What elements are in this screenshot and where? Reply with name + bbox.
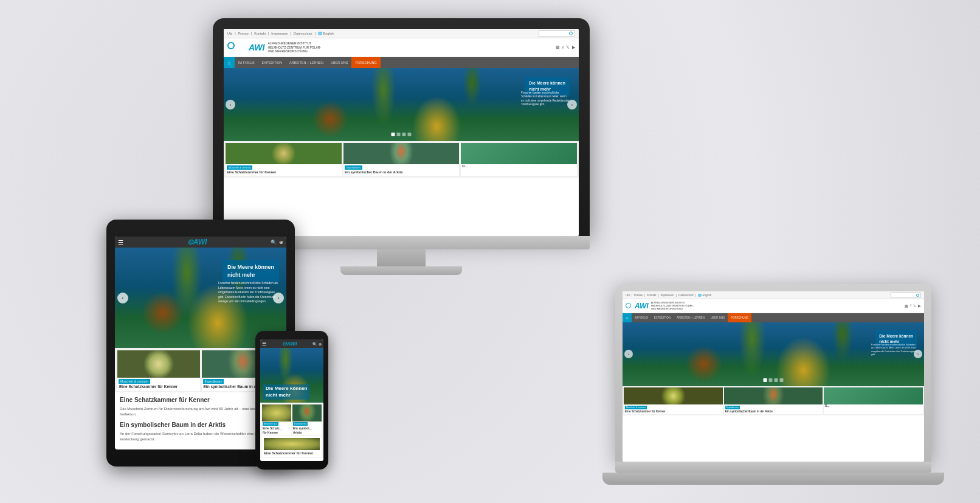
laptop-frame: Ubi | Presse | Kontakt | Impressum | Dat… xyxy=(615,284,931,462)
card-2[interactable]: Expeditionen Ein symbolischer Baum in de… xyxy=(343,143,460,176)
hero-dot-2[interactable] xyxy=(397,133,401,136)
phone-menu-icon[interactable]: ⊕ xyxy=(319,342,322,346)
nav-arbeiten[interactable]: ARBEITEN + LERNEN xyxy=(286,57,327,68)
card-3-image xyxy=(461,143,577,164)
laptop-logo-full: ALFRED-WEGENER-INSTITUTHELMHOLTZ-ZENTRUM… xyxy=(651,301,694,311)
logo-icon xyxy=(227,41,241,54)
hero-dot-3[interactable] xyxy=(402,133,406,136)
laptop-search[interactable] xyxy=(891,293,921,297)
util-sep3: | xyxy=(268,32,269,35)
hero-prev-button[interactable]: ‹ xyxy=(226,100,235,109)
monitor-screen: Ubi | Presse | Kontakt | Impressum | Dat… xyxy=(224,29,579,236)
laptop-dot-4[interactable] xyxy=(780,378,784,382)
phone-logo: ⊙AWI xyxy=(282,341,297,347)
laptop-nav-home[interactable]: ⌂ xyxy=(623,313,632,322)
laptop-card-1-img xyxy=(624,387,723,404)
rss-icon[interactable]: ▩ xyxy=(556,45,560,50)
laptop-screen: Ubi | Presse | Kontakt | Impressum | Dat… xyxy=(623,291,924,462)
facebook-icon[interactable]: f xyxy=(562,46,564,50)
util-sep2: | xyxy=(251,32,252,35)
laptop-util-datenschutz[interactable]: Datenschutz xyxy=(678,294,694,297)
twitter-icon[interactable]: 𝕏 xyxy=(566,45,570,50)
laptop-util-impressum[interactable]: Impressum xyxy=(661,294,674,297)
tablet-card-1-title: Eine Schatzkammer für Kenner xyxy=(117,384,200,391)
hamburger-icon[interactable]: ☰ xyxy=(118,239,123,246)
phone-card-2-tag: Expeditionen xyxy=(293,422,308,426)
card-1-image xyxy=(226,143,342,164)
tablet-search-icon[interactable]: 🔍 xyxy=(271,240,277,245)
laptop-card-2-tag: Expeditionen xyxy=(725,406,740,409)
laptop-util-bar: Ubi | Presse | Kontakt | Impressum | Dat… xyxy=(623,291,924,299)
laptop-twitter-icon[interactable]: 𝕏 xyxy=(913,304,916,308)
laptop-hero-dots xyxy=(764,378,784,382)
laptop-card-3[interactable]: D... xyxy=(824,387,923,415)
phone-hero: Die Meere könnennicht mehr xyxy=(260,348,323,403)
hero-next-button[interactable]: › xyxy=(567,100,577,109)
laptop-util-ubi[interactable]: Ubi xyxy=(626,294,630,297)
util-link-english[interactable]: 🌐 English xyxy=(318,32,334,35)
util-link-impressum[interactable]: Impressum xyxy=(271,32,288,35)
laptop-bottom xyxy=(602,473,944,485)
laptop-dot-3[interactable] xyxy=(775,378,778,382)
tablet-menu-icon[interactable]: ⊕ xyxy=(279,240,283,245)
laptop-card-1[interactable]: Muscheln & zentrum Eine Schatzkammer für… xyxy=(624,387,723,415)
nav-expedition[interactable]: EXPEDITION xyxy=(258,57,286,68)
hero-dot-1[interactable] xyxy=(392,133,395,136)
laptop-dot-2[interactable] xyxy=(769,378,773,382)
laptop-hero-body: Forscher fanden erschreckliche Schäden a… xyxy=(871,343,917,356)
nav-ueber-uns[interactable]: ÜBER UNS xyxy=(327,57,351,68)
hero-dot-4[interactable] xyxy=(408,133,412,136)
phone-cards-row: Muscheln & z. Eine Schatz...für Kenner E… xyxy=(262,404,322,435)
phone-list-item-1[interactable]: Eine Schatzkammer für Kenner xyxy=(262,436,322,458)
phone-card-1-tag: Muscheln & z. xyxy=(263,422,278,426)
tablet-nav-icons: 🔍 ⊕ xyxy=(271,240,283,245)
laptop-facebook-icon[interactable]: f xyxy=(910,304,911,308)
laptop-util-presse[interactable]: Presse xyxy=(634,294,643,297)
card-2-title: Ein symbolischer Baum in der Arktis xyxy=(343,170,460,176)
tablet-hero-next[interactable]: › xyxy=(273,293,284,304)
nav-home-button[interactable]: ⌂ xyxy=(224,57,235,68)
phone-card-1[interactable]: Muscheln & z. Eine Schatz...für Kenner xyxy=(262,404,291,435)
laptop-logo-text: AWI xyxy=(635,302,649,310)
laptop-nav-ueber-uns[interactable]: ÜBER UNS xyxy=(708,313,728,322)
nav-forschung[interactable]: FORSCHUNG xyxy=(351,57,380,68)
laptop-util-kontakt[interactable]: Kontakt xyxy=(647,294,656,297)
youtube-icon[interactable]: ▶ xyxy=(572,45,575,50)
laptop-rss-icon[interactable]: ▩ xyxy=(905,304,908,308)
tablet-hero-prev[interactable]: ‹ xyxy=(117,293,128,304)
phone-hamburger[interactable]: ☰ xyxy=(262,341,266,347)
laptop-nav-arbeiten[interactable]: ARBEITEN + LERNEN xyxy=(674,313,708,322)
phone-card-1-title: Eine Schatz...für Kenner xyxy=(262,426,291,435)
laptop-card-2[interactable]: Expeditionen Ein symbolischer Baum in de… xyxy=(724,387,823,415)
laptop-hero-prev[interactable]: ‹ xyxy=(624,350,633,358)
util-sep5: | xyxy=(315,32,316,35)
laptop-card-3-title: D... xyxy=(824,404,923,409)
util-link-presse[interactable]: Presse xyxy=(238,32,249,35)
phone-card-1-img xyxy=(262,404,291,421)
search-box[interactable] xyxy=(539,30,575,36)
laptop-nav-forschung[interactable]: FORSCHUNG xyxy=(728,313,751,322)
phone-card-2-title: Ein symbol...Arktis xyxy=(292,426,322,435)
laptop-util-english[interactable]: 🌐 English xyxy=(698,294,711,297)
card-2-tag: Expeditionen xyxy=(345,165,362,170)
tablet-card-1[interactable]: Muscheln & zentrum Eine Schatzkammer für… xyxy=(117,350,200,391)
card-3[interactable]: D... xyxy=(461,143,577,176)
laptop-youtube-icon[interactable]: ▶ xyxy=(918,304,921,308)
laptop-nav-expedition[interactable]: EXPEDITION xyxy=(651,313,674,322)
laptop-hero-next[interactable]: › xyxy=(914,350,922,358)
laptop-cards: Muscheln & zentrum Eine Schatzkammer für… xyxy=(623,386,924,416)
logo-full-text: ALFRED-WEGENER-INSTITUTHELMHOLTZ-ZENTRUM… xyxy=(267,41,321,54)
phone-search-icon[interactable]: 🔍 xyxy=(312,342,317,346)
phone-list-item-1-title: Eine Schatzkammer für Kenner xyxy=(264,451,320,456)
laptop-nav-im-fokus[interactable]: IM FOKUS xyxy=(632,313,651,322)
util-link-ubi[interactable]: Ubi xyxy=(227,32,232,35)
laptop-device: Ubi | Presse | Kontakt | Impressum | Dat… xyxy=(615,284,931,485)
laptop-dot-1[interactable] xyxy=(764,378,767,382)
laptop-logo-bar: AWI ALFRED-WEGENER-INSTITUTHELMHOLTZ-ZEN… xyxy=(623,299,924,313)
util-link-datenschutz[interactable]: Datenschutz xyxy=(294,32,312,35)
logo-bar: AWI ALFRED-WEGENER-INSTITUTHELMHOLTZ-ZEN… xyxy=(224,38,579,57)
util-link-kontakt[interactable]: Kontakt xyxy=(254,32,266,35)
nav-im-fokus[interactable]: IM FOKUS xyxy=(235,57,258,68)
phone-card-2[interactable]: Expeditionen Ein symbol...Arktis xyxy=(292,404,322,435)
card-1[interactable]: Muscheln & zentrum Eine Schatzkammer für… xyxy=(226,143,342,176)
